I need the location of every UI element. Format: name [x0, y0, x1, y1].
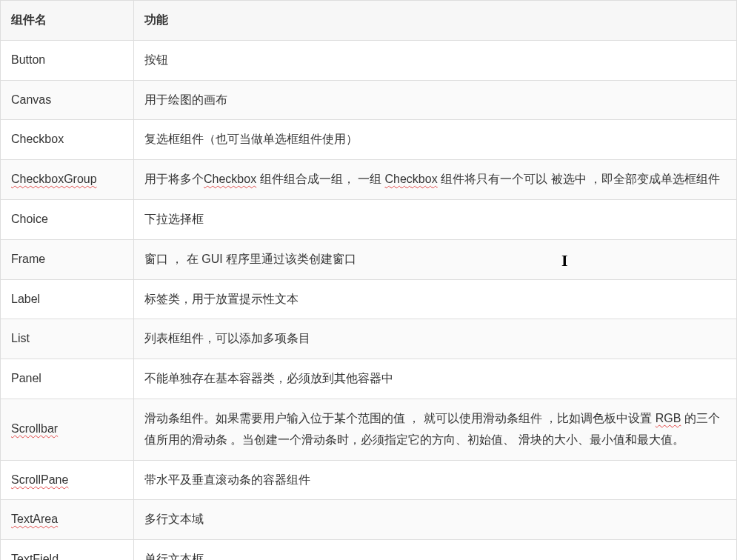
- cell-component-name: Scrollbar: [1, 399, 134, 460]
- table-row: Scrollbar滑动条组件。如果需要用户输入位于某个范围的值 ， 就可以使用滑…: [1, 399, 737, 460]
- table-row: Label标签类，用于放置提示性文本: [1, 279, 737, 319]
- cell-function: 带水平及垂直滚动条的容器组件: [134, 460, 737, 500]
- cell-function: 复选框组件（也可当做单选框组件使用）: [134, 120, 737, 160]
- spellcheck-term: TextField: [11, 553, 59, 560]
- table-row: Checkbox复选框组件（也可当做单选框组件使用）: [1, 120, 737, 160]
- spellcheck-term: TextArea: [11, 513, 58, 525]
- table-row: List列表框组件，可以添加多项条目: [1, 319, 737, 359]
- cell-function: 按钮: [134, 40, 737, 80]
- cell-component-name: Frame: [1, 239, 134, 279]
- spellcheck-term: Scrollbar: [11, 422, 58, 435]
- cell-function: 多行文本域: [134, 500, 737, 540]
- table-row: TextField单行文本框: [1, 540, 737, 560]
- spellcheck-term: CheckboxGroup: [11, 173, 97, 185]
- cell-function: 窗口 ， 在 GUI 程序里通过该类创建窗口: [134, 239, 737, 279]
- table-row: ScrollPane带水平及垂直滚动条的容器组件: [1, 460, 737, 500]
- spellcheck-term: RGB: [656, 412, 681, 424]
- cell-function: 单行文本框: [134, 540, 737, 560]
- cell-function: 标签类，用于放置提示性文本: [134, 279, 737, 319]
- spellcheck-term: Checkbox: [385, 173, 438, 185]
- component-table: 组件名 功能 Button按钮Canvas用于绘图的画布Checkbox复选框组…: [0, 0, 737, 560]
- cell-function: 用于绘图的画布: [134, 80, 737, 120]
- table-row: Frame窗口 ， 在 GUI 程序里通过该类创建窗口: [1, 239, 737, 279]
- spellcheck-term: Checkbox: [204, 173, 256, 185]
- cell-component-name: TextField: [1, 540, 134, 560]
- table-row: Canvas用于绘图的画布: [1, 80, 737, 120]
- cell-component-name: Choice: [1, 199, 134, 239]
- cell-function: 下拉选择框: [134, 199, 737, 239]
- header-component-name: 组件名: [1, 1, 134, 41]
- table-row: Choice下拉选择框: [1, 199, 737, 239]
- cell-component-name: CheckboxGroup: [1, 160, 134, 200]
- table-row: Panel不能单独存在基本容器类，必须放到其他容器中: [1, 359, 737, 399]
- cell-component-name: Label: [1, 279, 134, 319]
- cell-component-name: Canvas: [1, 80, 134, 120]
- cell-function: 不能单独存在基本容器类，必须放到其他容器中: [134, 359, 737, 399]
- cell-component-name: TextArea: [1, 500, 134, 540]
- cell-component-name: Checkbox: [1, 120, 134, 160]
- cell-function: 用于将多个Checkbox 组件组合成一组， 一组 Checkbox 组件将只有…: [134, 160, 737, 200]
- cell-component-name: ScrollPane: [1, 460, 134, 500]
- spellcheck-term: ScrollPane: [11, 473, 68, 486]
- header-function: 功能: [134, 1, 737, 41]
- table-row: Button按钮: [1, 40, 737, 80]
- cell-function: 滑动条组件。如果需要用户输入位于某个范围的值 ， 就可以使用滑动条组件 ，比如调…: [134, 399, 737, 460]
- table-row: TextArea多行文本域: [1, 500, 737, 540]
- table-header-row: 组件名 功能: [1, 1, 737, 41]
- table-row: CheckboxGroup用于将多个Checkbox 组件组合成一组， 一组 C…: [1, 160, 737, 200]
- cell-component-name: List: [1, 319, 134, 359]
- cell-component-name: Panel: [1, 359, 134, 399]
- cell-function: 列表框组件，可以添加多项条目: [134, 319, 737, 359]
- cell-component-name: Button: [1, 40, 134, 80]
